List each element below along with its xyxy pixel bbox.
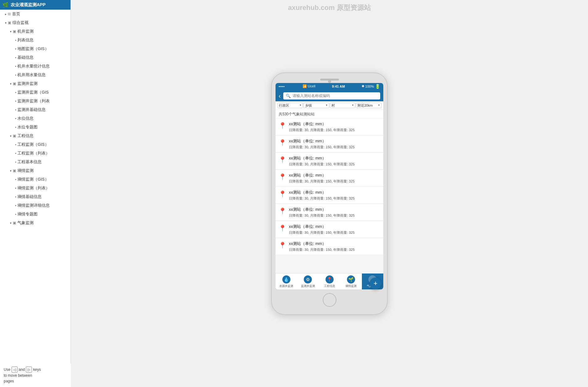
town-filter[interactable]: 乡镇 [303, 103, 329, 108]
sidebar-item-project-list[interactable]: ▪ 工程监测（列表） [0, 149, 71, 158]
sidebar-item-project[interactable]: ▾ ▣ 工程信息 [0, 131, 71, 140]
app-header: ‹ 🔍 [276, 90, 383, 101]
station-pin-icon: 📍 [279, 242, 286, 249]
station-list-item[interactable]: 📍 xx测站（单位: mm） 日降雨量: 30, 月降雨量: 150, 年降雨量… [276, 221, 383, 238]
station-name: xx测站（单位: mm） [289, 121, 380, 127]
village-filter-wrap[interactable]: 村 [330, 103, 355, 108]
doc-icon-pbasic: ▪ [15, 160, 16, 164]
station-list-item[interactable]: 📍 xx测站（单位: mm） 日降雨量: 30, 月降雨量: 150, 年降雨量… [276, 238, 383, 255]
sidebar-item-monitor-gis[interactable]: ▪ 监测井监测（GIS [0, 88, 71, 97]
station-info: xx测站（单位: mm） 日降雨量: 30, 月降雨量: 150, 年降雨量: … [289, 190, 380, 201]
doc-icon-map: ▪ [15, 47, 16, 51]
keys-label: keys [33, 367, 41, 372]
search-input[interactable] [293, 94, 378, 98]
doc-icon-plist: ▪ [15, 151, 16, 155]
nav-label-water-source: 水源井监测 [279, 284, 293, 288]
next-key[interactable]: ▷ [26, 366, 32, 373]
station-info: xx测站（单位: mm） 日降雨量: 30, 月降雨量: 150, 年降雨量: … [289, 155, 380, 167]
station-list-item[interactable]: 📍 xx测站（单位: mm） 日降雨量: 30, 月降雨量: 150, 年降雨量… [276, 119, 383, 135]
sidebar-item-monitor-well[interactable]: ▾ ▣ 监测井监测 [0, 79, 71, 88]
nearby-filter-wrap[interactable]: 附近20km [356, 103, 381, 108]
station-data: 日降雨量: 30, 月降雨量: 150, 年降雨量: 325 [289, 230, 380, 235]
station-name: xx测站（单位: mm） [289, 138, 380, 144]
doc-icon-wmap: ▪ [15, 125, 16, 129]
sidebar-item-dam-map[interactable]: ▪ 墒情专题图 [0, 210, 71, 219]
station-count: 共530个气象站测站站 [276, 110, 383, 118]
back-button[interactable]: ‹ [279, 93, 281, 99]
nearby-filter[interactable]: 附近20km [356, 103, 381, 108]
arrow-icon-monitor: ▾ [10, 82, 11, 85]
admin-filter[interactable]: 行政区 [277, 103, 303, 108]
sidebar-item-map-monitor[interactable]: ▪ 地图监测（GIS） [0, 44, 71, 53]
search-bar[interactable]: 🔍 [283, 92, 380, 99]
sidebar-item-project-gis[interactable]: ▪ 工程监测（GIS） [0, 140, 71, 149]
well-monitor-label: 机井监测 [17, 29, 34, 34]
bottom-hint: Use ◁ and ▷ keys to move between pages [0, 363, 71, 387]
doc-icon-mgis: ▪ [15, 90, 16, 94]
doc-icon-basic: ▪ [15, 55, 16, 60]
station-name: xx测站（单位: mm） [289, 155, 380, 161]
filter-row: 行政区 乡镇 村 附近20km [276, 101, 383, 110]
sidebar-item-comprehensive[interactable]: ▾ ▣ 综合监视 [0, 18, 71, 27]
station-data: 日降雨量: 30, 月降雨量: 150, 年降雨量: 325 [289, 196, 380, 201]
sidebar-item-dam-basic[interactable]: ▪ 墒情基础信息 [0, 192, 71, 201]
nav-item-monitor-well-nav[interactable]: ⚙ 监测井监测 [297, 274, 318, 289]
battery-icon: 🔋 [375, 84, 380, 89]
phone-home-button[interactable] [323, 293, 336, 307]
sidebar-item-project-basic[interactable]: ▪ 工程基本信息 [0, 158, 71, 166]
station-info: xx测站（单位: mm） 日降雨量: 30, 月降雨量: 150, 年降雨量: … [289, 121, 380, 132]
station-list-item[interactable]: 📍 xx测站（单位: mm） 日降雨量: 30, 月降雨量: 150, 年降雨量… [276, 204, 383, 221]
nav-item-dam-nav[interactable]: 🌱 墒情监测 [340, 274, 362, 289]
station-data: 日降雨量: 30, 月降雨量: 150, 年降雨量: 325 [289, 145, 380, 150]
station-list[interactable]: 📍 xx测站（单位: mm） 日降雨量: 30, 月降雨量: 150, 年降雨量… [276, 118, 383, 273]
nav-icon-dam-nav: 🌱 [347, 275, 355, 283]
sidebar-item-water-map[interactable]: ▪ 水位专题图 [0, 123, 71, 131]
sidebar-item-monitor-basic[interactable]: ▪ 监测井基础信息 [0, 105, 71, 114]
fab-button[interactable]: + [370, 278, 381, 289]
search-icon: 🔍 [286, 94, 291, 98]
sidebar-item-home[interactable]: ▸ ⊞ 首页 [0, 10, 71, 18]
battery-label: 100% [365, 85, 374, 88]
station-data: 日降雨量: 30, 月降雨量: 150, 年降雨量: 325 [289, 179, 380, 184]
station-name: xx测站（单位: mm） [289, 173, 380, 178]
sidebar-item-monitor-list[interactable]: ▪ 监测井监测（列表 [0, 97, 71, 105]
village-filter[interactable]: 村 [330, 103, 355, 108]
doc-icon-use: ▪ [15, 73, 16, 77]
sidebar-item-basic-info[interactable]: ▪ 基础信息 [0, 53, 71, 62]
station-name: xx测站（单位: mm） [289, 190, 380, 195]
nav-label-monitor-well-nav: 监测井监测 [301, 284, 315, 288]
station-name: xx测站（单位: mm） [289, 224, 380, 229]
station-list-item[interactable]: 📍 xx测站（单位: mm） 日降雨量: 30, 月降雨量: 150, 年降雨量… [276, 153, 383, 169]
nav-icon-project-nav: 📍 [326, 275, 334, 283]
sidebar-item-dam-list[interactable]: ▪ 墒情监测（列表） [0, 184, 71, 192]
sidebar-item-water-stat[interactable]: ▪ 机井水量统计信息 [0, 62, 71, 71]
sidebar-item-well-monitor[interactable]: ▾ ▣ 机井监测 [0, 27, 71, 36]
station-data: 日降雨量: 30, 月降雨量: 150, 年降雨量: 325 [289, 213, 380, 218]
nav-item-project-nav[interactable]: 📍 工程信息 [319, 274, 340, 289]
station-list-item[interactable]: 📍 xx测站（单位: mm） 日降雨量: 30, 月降雨量: 150, 年降雨量… [276, 136, 383, 152]
sidebar-item-dam-gis[interactable]: ▪ 墒情监测（GIS） [0, 175, 71, 184]
sidebar-item-dam[interactable]: ▾ ▣ 墒情监测 [0, 166, 71, 175]
doc-icon-dbasic: ▪ [15, 195, 16, 199]
app-title: 农业灌溉监测APP [11, 2, 46, 8]
prev-key[interactable]: ◁ [11, 366, 18, 373]
bluetooth-icon: ✱ [362, 84, 364, 88]
town-filter-wrap[interactable]: 乡镇 [303, 103, 329, 108]
station-info: xx测站（单位: mm） 日降雨量: 30, 月降雨量: 150, 年降雨量: … [289, 207, 380, 218]
sidebar-item-weather[interactable]: ▾ ▣ 气象监测 [0, 219, 71, 227]
sidebar-item-list-info[interactable]: ▪ 列表信息 [0, 36, 71, 44]
phone-camera [328, 80, 331, 83]
sidebar-item-water-use[interactable]: ▪ 机井用水量信息 [0, 71, 71, 79]
sidebar-item-dam-detail[interactable]: ▪ 墒情监测详细信息 [0, 201, 71, 210]
nav-icon-water-source: 💧 [282, 275, 290, 283]
watermark: axurehub.com 原型资源站 [71, 3, 588, 12]
home-icon: ⊞ [8, 12, 11, 16]
station-list-item[interactable]: 📍 xx测站（单位: mm） 日降雨量: 30, 月降雨量: 150, 年降雨量… [276, 187, 383, 204]
station-list-item[interactable]: 📍 xx测站（单位: mm） 日降雨量: 30, 月降雨量: 150, 年降雨量… [276, 170, 383, 187]
admin-filter-wrap[interactable]: 行政区 [277, 103, 303, 108]
nav-item-water-source[interactable]: 💧 水源井监测 [276, 274, 297, 289]
doc-icon-dmap: ▪ [15, 212, 16, 216]
station-info: xx测站（单位: mm） 日降雨量: 30, 月降雨量: 150, 年降雨量: … [289, 173, 380, 184]
move-label: to move between [4, 373, 32, 378]
sidebar-item-water-level[interactable]: ▪ 水位信息 [0, 114, 71, 123]
